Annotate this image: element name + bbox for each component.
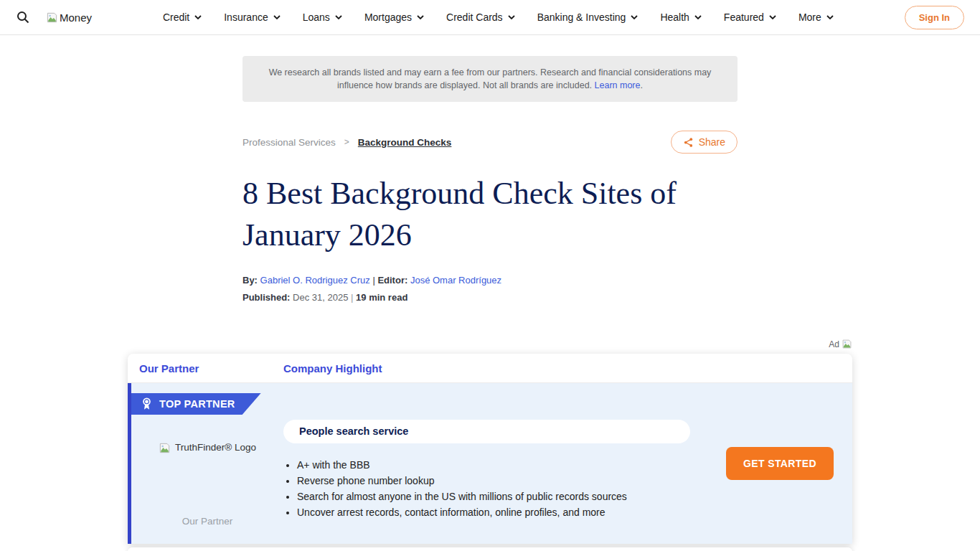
breadcrumb-row: Professional Services > Background Check… [242,131,738,154]
chevron-down-icon [335,15,342,19]
nav-item-label: Credit Cards [446,11,503,23]
share-label: Share [699,136,725,148]
top-partner-row: TOP PARTNER TruthFinder® Logo Our Partne… [128,383,852,544]
breadcrumb-section[interactable]: Professional Services [242,137,336,148]
nav-item-featured[interactable]: Featured [724,11,776,23]
nav-item-label: Health [660,11,689,23]
chevron-down-icon [631,15,638,19]
share-button[interactable]: Share [671,131,738,154]
published-label: Published: [242,292,290,303]
nav-item-banking-investing[interactable]: Banking & Investing [537,11,639,23]
chevron-down-icon [417,15,424,19]
medal-icon [141,397,153,411]
read-time: 19 min read [356,292,407,303]
byline-separator: | [372,275,374,286]
nav-item-label: Mortgages [364,11,412,23]
partner-table-header: Our Partner Company Highlight [128,354,852,383]
affiliate-disclaimer: We research all brands listed and may ea… [242,56,738,102]
highlight-bullet: Uncover arrest records, contact informat… [297,507,703,518]
highlight-bullet-list: A+ with the BBB Reverse phone number loo… [283,460,703,518]
nav-item-more[interactable]: More [798,11,834,23]
nav-item-health[interactable]: Health [660,11,701,23]
partner-logo-alt-text: TruthFinder® Logo [175,442,256,453]
by-label: By: [242,275,258,286]
cta-cell: GET STARTED [726,383,852,544]
highlight-bullet: Search for almost anyone in the US with … [297,491,703,502]
top-partner-banner: TOP PARTNER [131,393,261,415]
byline: By: Gabriel O. Rodriguez Cruz | Editor: … [242,275,738,286]
disclaimer-period: . [641,80,643,90]
chevron-down-icon [769,15,776,19]
nav-item-credit-cards[interactable]: Credit Cards [446,11,515,23]
nav-item-label: Insurance [224,11,268,23]
partner-logo[interactable]: TruthFinder® Logo [159,442,256,454]
logo-alt-text: Money [60,11,92,24]
editor-link[interactable]: José Omar Rodríguez [410,275,501,286]
next-partner-row-partial [128,547,852,551]
highlight-bullet: A+ with the BBB [297,460,703,471]
nav-item-mortgages[interactable]: Mortgages [364,11,424,23]
breadcrumb-separator-icon: > [344,137,349,147]
nav-item-label: Featured [724,11,764,23]
partner-table: Our Partner Company Highlight TOP PARTNE… [128,354,852,544]
chevron-down-icon [694,15,702,19]
page-title: 8 Best Background Check Sites of January… [242,173,738,256]
top-partner-label: TOP PARTNER [159,398,235,410]
ad-slot-label: Ad [128,339,852,349]
chevron-down-icon [194,15,202,19]
chevron-down-icon [273,15,281,19]
main-menu: Credit Insurance Loans Mortgages Credit … [92,11,905,23]
column-header-company-highlight: Company Highlight [283,362,382,375]
sign-in-button[interactable]: Sign In [905,6,964,29]
partner-caption: Our Partner [182,516,233,527]
nav-item-loans[interactable]: Loans [303,11,342,23]
published-line: Published: Dec 31, 2025 | 19 min read [242,292,738,303]
broken-image-icon [159,442,171,454]
published-date: Dec 31, 2025 [293,292,348,303]
column-header-our-partner: Our Partner [139,362,283,375]
broken-image-icon [46,11,58,24]
nav-item-label: Loans [303,11,330,23]
broken-image-icon [842,339,852,349]
publine-separator: | [351,292,353,303]
nav-left-group: Money [14,9,92,26]
ad-label: Ad [829,339,839,349]
partner-card-section: Ad Our Partner Company Highlight TOP PAR… [128,339,852,551]
nav-item-label: Credit [163,11,189,23]
breadcrumb-current[interactable]: Background Checks [358,137,452,148]
disclaimer-text: We research all brands listed and may ea… [269,67,712,90]
money-logo[interactable]: Money [46,11,92,24]
highlight-bullet: Reverse phone number lookup [297,476,703,486]
chevron-down-icon [826,15,834,19]
search-icon[interactable] [14,9,32,26]
nav-item-label: More [798,11,821,23]
learn-more-link[interactable]: Learn more [595,80,641,90]
breadcrumb: Professional Services > Background Check… [242,137,451,148]
chevron-down-icon [508,15,515,19]
service-category-pill: People search service [283,420,690,443]
nav-item-label: Banking & Investing [537,11,626,23]
get-started-button[interactable]: GET STARTED [726,447,834,480]
editor-label: Editor: [377,275,407,286]
author-link[interactable]: Gabriel O. Rodriguez Cruz [260,275,370,286]
nav-item-insurance[interactable]: Insurance [224,11,280,23]
article-column: We research all brands listed and may ea… [242,56,738,303]
share-icon [683,137,694,148]
company-highlight-cell: People search service A+ with the BBB Re… [283,383,703,544]
top-navigation: Money Credit Insurance Loans Mortgages C… [0,0,980,35]
nav-item-credit[interactable]: Credit [163,11,202,23]
